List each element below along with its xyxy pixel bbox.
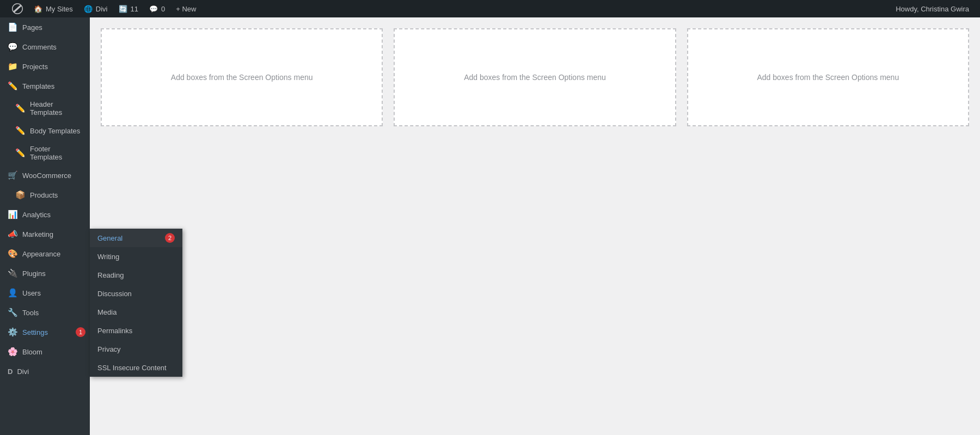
- sidebar-item-templates[interactable]: ✏️ Templates: [0, 76, 90, 96]
- updates-button[interactable]: 🔄 11: [113, 0, 144, 17]
- my-sites-button[interactable]: 🏠 My Sites: [28, 0, 78, 17]
- pages-icon: 📄: [8, 22, 18, 32]
- sidebar-item-divi[interactable]: D Divi: [0, 362, 90, 381]
- admin-bar-left: 🏠 My Sites 🌐 Divi 🔄 11 💬 0 + New: [7, 0, 201, 17]
- sidebar-item-tools[interactable]: 🔧 Tools: [0, 303, 90, 322]
- sidebar-item-plugins[interactable]: 🔌 Plugins: [0, 264, 90, 283]
- sidebar-item-appearance[interactable]: 🎨 Appearance: [0, 244, 90, 264]
- sidebar-item-projects[interactable]: 📁 Projects: [0, 57, 90, 76]
- sidebar-item-body-templates[interactable]: ✏️ Body Templates: [0, 121, 90, 140]
- flyout-item-writing[interactable]: Writing: [90, 247, 182, 266]
- divi-sidebar-icon: D: [8, 367, 13, 376]
- tools-icon: 🔧: [8, 308, 18, 317]
- flyout-item-permalinks[interactable]: Permalinks: [90, 321, 182, 340]
- sidebar-item-header-templates[interactable]: ✏️ Header Templates: [0, 96, 90, 121]
- sidebar-item-products[interactable]: 📦 Products: [0, 185, 90, 205]
- wp-logo-button[interactable]: [7, 0, 28, 17]
- flyout-item-ssl[interactable]: SSL Insecure Content: [90, 358, 182, 377]
- analytics-icon: 📊: [8, 210, 18, 219]
- woocommerce-icon: 🛒: [8, 170, 18, 180]
- header-templates-icon: ✏️: [15, 103, 26, 113]
- sidebar-item-bloom[interactable]: 🌸 Bloom: [0, 342, 90, 362]
- dashboard-box-2: Add boxes from the Screen Options menu: [394, 28, 676, 126]
- sidebar-item-footer-templates[interactable]: ✏️ Footer Templates: [0, 140, 90, 166]
- sidebar: 📄 Pages 💬 Comments 📁 Projects ✏️ Templat…: [0, 17, 90, 435]
- sidebar-item-comments[interactable]: 💬 Comments: [0, 37, 90, 57]
- main-content: Add boxes from the Screen Options menu A…: [90, 17, 980, 435]
- sidebar-item-woocommerce[interactable]: 🛒 WooCommerce: [0, 166, 90, 185]
- appearance-icon: 🎨: [8, 249, 18, 259]
- flyout-item-privacy[interactable]: Privacy: [90, 340, 182, 358]
- flyout-item-reading[interactable]: Reading: [90, 266, 182, 284]
- sidebar-item-marketing[interactable]: 📣 Marketing: [0, 224, 90, 244]
- sidebar-item-pages[interactable]: 📄 Pages: [0, 17, 90, 37]
- admin-bar: 🏠 My Sites 🌐 Divi 🔄 11 💬 0 + New Howdy, …: [0, 0, 980, 17]
- home-icon: 🏠: [34, 5, 42, 13]
- dashboard-boxes: Add boxes from the Screen Options menu A…: [101, 28, 969, 126]
- comments-button[interactable]: 💬 0: [144, 0, 170, 17]
- updates-icon: 🔄: [119, 5, 127, 13]
- plugins-icon: 🔌: [8, 268, 18, 278]
- settings-icon: ⚙️: [8, 327, 18, 337]
- bloom-icon: 🌸: [8, 347, 18, 357]
- flyout-item-general[interactable]: General 2: [90, 229, 182, 247]
- dashboard-box-3: Add boxes from the Screen Options menu: [687, 28, 969, 126]
- dashboard-box-1: Add boxes from the Screen Options menu: [101, 28, 383, 126]
- body-templates-icon: ✏️: [15, 126, 26, 136]
- site-name-button[interactable]: 🌐 Divi: [78, 0, 113, 17]
- flyout-item-media[interactable]: Media: [90, 303, 182, 321]
- footer-templates-icon: ✏️: [15, 148, 26, 158]
- new-button[interactable]: + New: [170, 0, 201, 17]
- projects-icon: 📁: [8, 62, 18, 71]
- marketing-icon: 📣: [8, 229, 18, 239]
- sidebar-item-settings[interactable]: ⚙️ Settings 1: [0, 322, 90, 342]
- templates-icon: ✏️: [8, 81, 18, 91]
- sidebar-item-users[interactable]: 👤 Users: [0, 283, 90, 303]
- comments-sidebar-icon: 💬: [8, 42, 18, 52]
- settings-flyout: General 2 Writing Reading Discussion Med…: [90, 229, 182, 377]
- users-icon: 👤: [8, 288, 18, 298]
- divi-icon: 🌐: [84, 5, 93, 13]
- flyout-item-discussion[interactable]: Discussion: [90, 284, 182, 303]
- general-badge: 2: [165, 233, 175, 243]
- comments-icon: 💬: [149, 5, 158, 13]
- user-greeting: Howdy, Christina Gwira: [896, 5, 973, 13]
- settings-badge: 1: [76, 327, 85, 337]
- sidebar-item-analytics[interactable]: 📊 Analytics: [0, 205, 90, 224]
- products-icon: 📦: [15, 190, 26, 200]
